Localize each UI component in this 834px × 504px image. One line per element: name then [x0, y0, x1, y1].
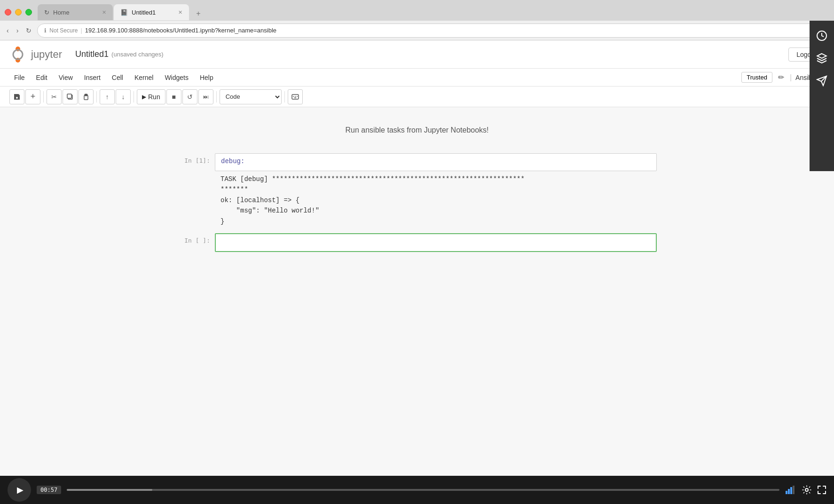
cell-1-row: In [1]: debug:	[177, 153, 657, 171]
fullscreen-icon[interactable]	[817, 485, 826, 495]
jupyter-page: jupyter Untitled1 (unsaved changes) Logo…	[0, 40, 834, 476]
toolbar: + ✂ ↑ ↓ ▶ Run ■ ↺ ⏭ Code Markdown Raw NB…	[0, 87, 834, 107]
address-bar-row: ‹ › ↻ ℹ Not Secure | 192.168.99.100:8888…	[0, 21, 834, 40]
cut-button[interactable]: ✂	[47, 89, 62, 104]
toolbar-sep-1	[43, 91, 44, 102]
cell-2-code[interactable]	[216, 234, 656, 251]
interrupt-button[interactable]: ■	[166, 89, 181, 104]
run-button[interactable]: ▶ Run	[137, 89, 165, 104]
tab-home-close[interactable]: ✕	[102, 9, 106, 16]
new-tab-button[interactable]: +	[192, 7, 205, 20]
cell-1-output-content: TASK [debug] ***************************…	[215, 171, 657, 229]
notebook-body: Run ansible tasks from Jupyter Notebooks…	[0, 107, 834, 476]
svg-rect-17	[790, 487, 792, 494]
video-controls-right	[785, 485, 826, 495]
cell-2: In [ ]:	[177, 233, 657, 252]
toolbar-sep-3	[134, 91, 134, 102]
video-progress-fill	[67, 489, 152, 491]
toolbar-sep-4	[216, 91, 217, 102]
settings-icon[interactable]	[802, 485, 811, 495]
sidebar-right	[810, 21, 834, 171]
svg-rect-16	[788, 489, 790, 494]
video-bar: ▶ 00:57	[0, 476, 834, 504]
tab-home[interactable]: ↻ Home ✕	[38, 4, 113, 20]
signal-icon	[785, 485, 796, 495]
layers-sidebar-icon[interactable]	[811, 48, 832, 69]
toolbar-sep-5	[284, 91, 285, 102]
menu-file[interactable]: File	[9, 72, 30, 83]
close-button[interactable]	[5, 9, 11, 16]
menu-view[interactable]: View	[54, 72, 78, 83]
browser-chrome: ↻ Home ✕ 📓 Untitled1 ✕ + ‹ › ↻ ℹ Not Sec…	[0, 0, 834, 40]
cell-1-prompt: In [1]:	[177, 153, 215, 168]
video-time: 00:57	[37, 486, 61, 494]
cell-1-code[interactable]: debug:	[215, 154, 656, 171]
run-label: Run	[148, 93, 160, 101]
edit-mode-icon[interactable]: ✏	[776, 71, 786, 84]
move-down-button[interactable]: ↓	[116, 89, 131, 104]
unsaved-label: (unsaved changes)	[111, 51, 164, 58]
run-icon: ▶	[142, 94, 146, 100]
tab-home-icon: ↻	[44, 9, 49, 16]
menu-edit[interactable]: Edit	[31, 72, 52, 83]
jupyter-title-text: jupyter	[31, 48, 62, 61]
paste-button[interactable]	[79, 89, 94, 104]
notebook-description: Run ansible tasks from Jupyter Notebooks…	[177, 117, 657, 144]
jupyter-logo: jupyter	[9, 46, 62, 63]
svg-rect-7	[67, 94, 71, 98]
tab-notebook-label: Untitled1	[132, 9, 156, 16]
security-indicator: ℹ	[44, 27, 47, 34]
tab-notebook-close[interactable]: ✕	[178, 9, 182, 16]
cell-type-select[interactable]: Code Markdown Raw NBConvert Heading	[220, 89, 282, 104]
play-icon: ▶	[17, 485, 24, 495]
play-button[interactable]: ▶	[8, 478, 31, 502]
tab-notebook-icon: 📓	[120, 9, 128, 16]
history-sidebar-icon[interactable]	[811, 25, 832, 46]
cell-2-row: In [ ]:	[177, 233, 657, 252]
svg-rect-18	[793, 486, 795, 494]
address-bar[interactable]: ℹ Not Secure | 192.168.99.100:8888/noteb…	[37, 24, 829, 38]
reload-button[interactable]: ↻	[24, 25, 33, 36]
restart-run-all-button[interactable]: ⏭	[198, 89, 213, 104]
jupyter-header: jupyter Untitled1 (unsaved changes) Logo…	[0, 40, 834, 69]
cell-2-input[interactable]	[215, 233, 657, 252]
move-up-button[interactable]: ↑	[100, 89, 115, 104]
menu-bar: File Edit View Insert Cell Kernel Widget…	[0, 69, 834, 87]
svg-rect-9	[85, 94, 87, 96]
window-controls	[5, 9, 32, 16]
menu-cell[interactable]: Cell	[107, 72, 128, 83]
add-cell-button[interactable]: +	[25, 89, 40, 104]
menu-kernel[interactable]: Kernel	[130, 72, 158, 83]
tab-home-label: Home	[53, 9, 70, 16]
menu-widgets[interactable]: Widgets	[160, 72, 193, 83]
title-bar: ↻ Home ✕ 📓 Untitled1 ✕ +	[0, 0, 834, 21]
cell-1-input[interactable]: debug:	[215, 153, 657, 171]
cell-1: In [1]: debug: TASK [debug] ************…	[177, 153, 657, 229]
trusted-button[interactable]: Trusted	[741, 72, 772, 83]
svg-point-19	[805, 488, 808, 491]
tab-notebook[interactable]: 📓 Untitled1 ✕	[114, 4, 189, 20]
toolbar-sep-2	[96, 91, 97, 102]
restart-button[interactable]: ↺	[182, 89, 197, 104]
url-text: 192.168.99.100:8888/notebooks/Untitled1.…	[85, 27, 276, 34]
maximize-button[interactable]	[25, 9, 32, 16]
svg-marker-1	[817, 54, 826, 58]
menu-help[interactable]: Help	[195, 72, 218, 83]
send-sidebar-icon[interactable]	[811, 71, 832, 91]
keyboard-shortcuts-button[interactable]	[288, 89, 303, 104]
menu-insert[interactable]: Insert	[79, 72, 105, 83]
not-secure-label: Not Secure	[49, 27, 78, 34]
back-button[interactable]: ‹	[5, 25, 11, 36]
cell-2-prompt: In [ ]:	[177, 233, 215, 248]
cell-1-output: TASK [debug] ***************************…	[177, 171, 657, 229]
notebook-title[interactable]: Untitled1	[75, 49, 109, 59]
minimize-button[interactable]	[15, 9, 22, 16]
save-button[interactable]	[9, 89, 24, 104]
notebook-inner: Run ansible tasks from Jupyter Notebooks…	[158, 117, 676, 252]
video-progress-bar[interactable]	[67, 489, 779, 491]
jupyter-logo-svg	[9, 46, 26, 63]
copy-button[interactable]	[63, 89, 78, 104]
tab-bar: ↻ Home ✕ 📓 Untitled1 ✕ +	[38, 4, 829, 20]
forward-button[interactable]: ›	[15, 25, 21, 36]
svg-rect-15	[786, 491, 787, 494]
